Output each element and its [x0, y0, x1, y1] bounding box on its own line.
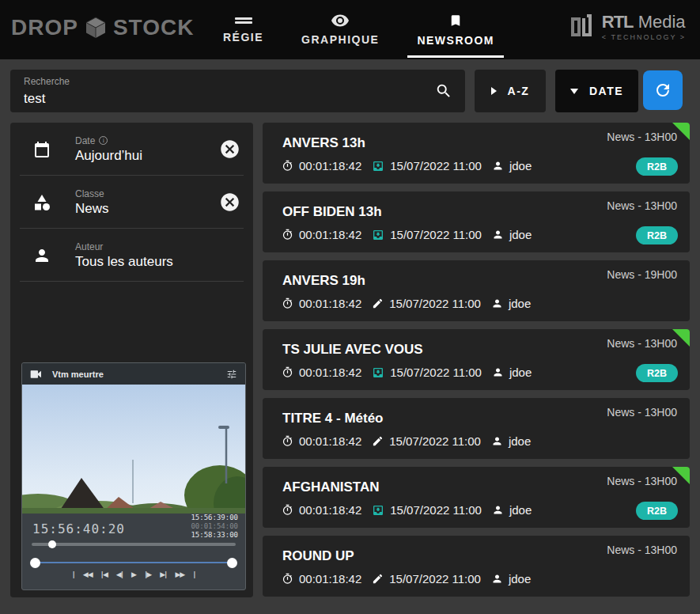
- tab-newsroom[interactable]: NEWSROOM: [407, 0, 504, 59]
- player-clip-title: Vtm meurtre: [52, 370, 217, 379]
- item-tag: News - 13H00: [607, 475, 677, 487]
- main-nav: RÉGIE GRAPHIQUE NEWSROOM: [214, 0, 504, 59]
- news-item[interactable]: News - 13H00 OFF BIDEN 13h 00:01:18:42 1…: [263, 191, 690, 252]
- item-tag: News - 19H00: [607, 268, 677, 281]
- clear-classe-filter-button[interactable]: [219, 191, 240, 213]
- news-item[interactable]: News - 13H00 TITRE 4 - Météo 00:01:18:42…: [263, 398, 690, 459]
- player-controls: | ◀◀ |◀ ◀| ▶ |▶ ▶| ▶▶ |: [22, 570, 245, 578]
- person-icon: [492, 229, 504, 241]
- item-tag: News - 13H00: [607, 544, 677, 556]
- item-author: jdoe: [509, 572, 531, 586]
- item-author: jdoe: [509, 503, 532, 517]
- mark-in-button[interactable]: |: [72, 570, 74, 578]
- rtl-logo-mark-icon: [569, 11, 596, 41]
- item-duration: 00:01:18:42: [299, 159, 361, 172]
- stopwatch-icon: [282, 160, 293, 172]
- item-duration: 00:01:18:42: [299, 503, 361, 517]
- trim-range-slider[interactable]: [33, 562, 234, 563]
- r2b-badge: R2B: [636, 364, 678, 382]
- tab-regie[interactable]: RÉGIE: [214, 0, 273, 59]
- news-list: News - 13H00 ANVERS 13h 00:01:18:42 15/0…: [263, 123, 690, 605]
- cube-icon: [81, 13, 110, 42]
- fast-forward-button[interactable]: ▶▶: [175, 570, 184, 578]
- triangle-right-icon: [491, 87, 497, 95]
- rewind-button[interactable]: ◀◀: [83, 570, 93, 578]
- news-item[interactable]: News - 13H00 ANVERS 13h 00:01:18:42 15/0…: [263, 123, 690, 184]
- ingest-icon: [372, 504, 384, 517]
- calendar-icon: [32, 140, 51, 159]
- filter-auteur-label: Auteur: [75, 241, 253, 252]
- sort-date-button[interactable]: DATE: [555, 70, 638, 112]
- triangle-down-icon: [570, 89, 578, 94]
- item-meta: 00:01:18:42 15/07/2022 11:00 jdoe: [282, 434, 531, 448]
- person-icon: [491, 298, 503, 309]
- tab-graphique[interactable]: GRAPHIQUE: [292, 0, 388, 59]
- item-meta: 00:01:18:42 15/07/2022 11:00 jdoe: [282, 366, 532, 379]
- seek-thumb[interactable]: [48, 540, 56, 548]
- filter-classe-value: News: [75, 201, 219, 217]
- video-player: Vtm meurtre 15:: [21, 362, 246, 590]
- filter-classe[interactable]: Classe News: [10, 176, 253, 229]
- ingest-icon: [372, 160, 384, 172]
- trim-in-handle[interactable]: [30, 558, 40, 568]
- skip-end-button[interactable]: ▶|: [160, 570, 166, 578]
- item-title: OFF BIDEN 13h: [282, 204, 382, 220]
- item-date: 15/07/2022 11:00: [390, 159, 482, 172]
- active-tab-underline: [407, 55, 504, 58]
- frame-forward-button[interactable]: |▶: [145, 570, 151, 578]
- search-icon[interactable]: [435, 82, 452, 103]
- item-duration: 00:01:18:42: [299, 297, 361, 310]
- item-title: ANVERS 13h: [282, 135, 365, 151]
- player-header: Vtm meurtre: [22, 363, 245, 385]
- search-label: Recherche: [24, 76, 70, 87]
- filter-date[interactable]: Datei Aujourd’hui: [10, 123, 253, 176]
- skip-start-button[interactable]: |◀: [101, 570, 108, 578]
- timecode-out: 15:58:33:00: [191, 531, 238, 540]
- trim-out-handle[interactable]: [227, 558, 237, 568]
- dropstock-logo: DROP STOCK: [11, 13, 194, 42]
- filter-sidebar: Datei Aujourd’hui Classe News Auteur Tou…: [10, 123, 253, 597]
- item-meta: 00:01:18:42 15/07/2022 11:00 jdoe: [282, 228, 532, 241]
- search-box[interactable]: Recherche: [10, 70, 465, 112]
- item-title: TITRE 4 - Météo: [282, 411, 384, 426]
- filter-auteur[interactable]: Auteur Tous les auteurs: [10, 229, 253, 282]
- video-frame[interactable]: [22, 385, 245, 514]
- bookmark-icon: [448, 13, 463, 28]
- item-title: ROUND UP: [282, 548, 354, 564]
- current-timecode: 15:56:40:20: [32, 521, 125, 536]
- frame-back-button[interactable]: ◀|: [116, 570, 123, 578]
- refresh-button[interactable]: [643, 70, 683, 110]
- mark-out-button[interactable]: |: [193, 570, 195, 578]
- person-icon: [492, 504, 504, 516]
- item-title: ANVERS 19h: [282, 273, 365, 289]
- seek-bar[interactable]: [32, 543, 236, 546]
- clear-date-filter-button[interactable]: [219, 138, 240, 160]
- news-item[interactable]: News - 13H00 TS JULIE AVEC VOUS 00:01:18…: [263, 329, 690, 390]
- item-date: 15/07/2022 11:00: [389, 434, 481, 448]
- ingest-icon: [372, 366, 384, 379]
- news-item[interactable]: News - 13H00 ROUND UP 00:01:18:42 15/07/…: [263, 536, 690, 597]
- filter-date-value: Aujourd’hui: [75, 148, 219, 164]
- person-icon: [492, 366, 504, 378]
- news-item[interactable]: News - 19H00 ANVERS 19h 00:01:18:42 15/0…: [263, 260, 690, 321]
- search-input[interactable]: [24, 89, 411, 108]
- r2b-badge: R2B: [636, 157, 678, 176]
- pencil-icon: [372, 298, 384, 309]
- play-button[interactable]: ▶: [131, 570, 136, 578]
- item-date: 15/07/2022 11:00: [390, 228, 482, 241]
- item-date: 15/07/2022 11:00: [389, 572, 481, 586]
- stopwatch-icon: [282, 229, 293, 241]
- tune-icon[interactable]: [226, 369, 237, 380]
- brand-name: RTL Media: [602, 12, 686, 32]
- stopwatch-icon: [282, 366, 293, 378]
- item-author: jdoe: [509, 434, 531, 448]
- item-tag: News - 13H00: [607, 131, 677, 143]
- r2b-badge: R2B: [636, 502, 678, 520]
- logo-text-stock: STOCK: [113, 15, 195, 40]
- filter-auteur-value: Tous les auteurs: [75, 254, 253, 270]
- pencil-icon: [372, 435, 384, 447]
- item-date: 15/07/2022 11:00: [390, 366, 482, 379]
- news-item[interactable]: News - 13H00 AFGHANISTAN 00:01:18:42 15/…: [263, 467, 690, 528]
- sort-az-button[interactable]: A-Z: [475, 70, 546, 112]
- stopwatch-icon: [282, 298, 293, 309]
